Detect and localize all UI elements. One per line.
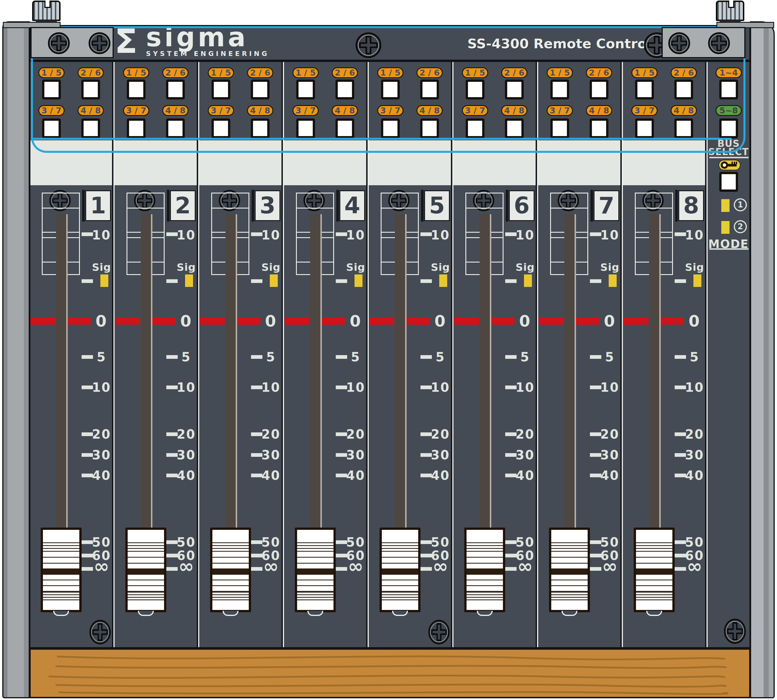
scale-label: 40: [512, 468, 538, 483]
bus-button-2-6[interactable]: [251, 80, 269, 100]
bus-button-2-6[interactable]: [166, 80, 185, 100]
bus-button-1-5[interactable]: [466, 80, 485, 100]
scale-label: 50: [427, 535, 454, 550]
bus-button-1-5[interactable]: [550, 80, 569, 100]
bus-button-2-6[interactable]: [420, 80, 439, 100]
thumbscrew-slot: [728, 0, 734, 8]
bus-button-4-8[interactable]: [505, 118, 524, 138]
bus-button-1-5[interactable]: [127, 80, 145, 100]
fader-knob-notch: [477, 611, 493, 616]
scale-label: 5: [257, 350, 284, 364]
scale-label: 20: [173, 427, 200, 442]
bus-button-1-5[interactable]: [42, 80, 61, 100]
fader-knob[interactable]: [295, 528, 336, 612]
bus-master-button-1-4[interactable]: [719, 80, 738, 100]
fader-knob[interactable]: [464, 528, 505, 612]
fader-knob[interactable]: [41, 528, 82, 612]
bus-button-3-7[interactable]: [42, 118, 61, 138]
scale-label: 5: [427, 350, 454, 364]
bus-button-4-8[interactable]: [81, 118, 100, 138]
scale-label: 30: [681, 448, 708, 462]
bus-button-2-6[interactable]: [674, 80, 693, 100]
bus-button-1-5[interactable]: [635, 80, 654, 100]
signal-label: Sig: [681, 262, 708, 272]
bus-button-4-8[interactable]: [166, 118, 185, 138]
phillips-screw-icon: [708, 32, 730, 55]
bus-button-2-6[interactable]: [505, 80, 524, 100]
number-plate-edge: [675, 190, 678, 222]
bus-button-1-5[interactable]: [381, 80, 400, 100]
scale-label: 50: [597, 535, 623, 550]
bus-button-2-6[interactable]: [81, 80, 100, 100]
scale-label-zero: 0: [257, 312, 284, 330]
scale-label-zero: 0: [427, 312, 454, 330]
number-plate-edge: [252, 190, 254, 222]
bus-label-2-6: 2 / 6: [586, 67, 612, 78]
fader-knob[interactable]: [634, 528, 675, 612]
scale-label-infinity: ∞: [597, 558, 623, 575]
signal-led: [270, 275, 278, 287]
scale-tick: [166, 279, 178, 283]
channel-strip: 1 / 5 2 / 6 3 / 7 4 / 8 5 10 Sig 0 5 10 …: [369, 62, 453, 648]
zero-line: [661, 317, 684, 325]
bus-label-1-5: 1 / 5: [547, 67, 573, 78]
signal-led: [609, 275, 617, 287]
bus-label-4-8: 4 / 8: [247, 105, 273, 116]
fader-knob[interactable]: [125, 528, 166, 612]
bus-button-4-8[interactable]: [590, 118, 608, 138]
bus-master-label-1-4: 1~4: [715, 67, 742, 78]
signal-led: [439, 275, 447, 287]
scale-label: 40: [681, 468, 708, 483]
fader-knob-indicator: [466, 568, 503, 575]
signal-led: [100, 275, 108, 287]
bus-button-4-8[interactable]: [420, 118, 439, 138]
channel-strips: 1 / 5 2 / 6 3 / 7 4 / 8 1 10 Sig 0 5 10 …: [30, 62, 708, 648]
number-plate-edge: [336, 190, 339, 222]
bus-button-4-8[interactable]: [674, 118, 693, 138]
scale-label: 30: [173, 448, 200, 462]
bus-button-4-8[interactable]: [336, 118, 354, 138]
zero-line: [200, 317, 225, 325]
bus-button-4-8[interactable]: [251, 118, 269, 138]
bus-label-3-7: 3 / 7: [123, 105, 149, 116]
bus-button-3-7[interactable]: [550, 118, 569, 138]
fader-knob-notch: [53, 611, 69, 616]
scale-label: 50: [681, 535, 708, 550]
bus-button-1-5[interactable]: [296, 80, 315, 100]
scale-label: 30: [597, 448, 623, 462]
bus-button-3-7[interactable]: [381, 118, 400, 138]
scale-label: 10: [257, 380, 284, 395]
scale-label: 30: [88, 448, 115, 462]
wood-armrest: [29, 648, 750, 698]
fader-knob-indicator: [551, 568, 588, 575]
scale-label: 40: [597, 468, 623, 483]
scale-label: 10: [681, 380, 708, 395]
fader-knob[interactable]: [210, 528, 251, 612]
bus-button-3-7[interactable]: [127, 118, 145, 138]
scale-label: 30: [427, 448, 454, 462]
channel-number-plate: 8: [678, 190, 704, 221]
bus-button-2-6[interactable]: [336, 80, 354, 100]
scale-label-zero: 0: [342, 312, 369, 330]
channel-number-plate: 7: [594, 190, 619, 221]
thumbscrew-knob-right[interactable]: [716, 0, 744, 21]
thumbscrew-knob-left[interactable]: [32, 0, 60, 21]
bus-label-3-7: 3 / 7: [208, 105, 234, 116]
scale-label: 40: [342, 468, 369, 483]
scale-label: 20: [681, 427, 708, 442]
signal-label: Sig: [173, 262, 200, 272]
bus-button-2-6[interactable]: [590, 80, 608, 100]
brand-name: sigma: [146, 25, 269, 50]
bus-button-3-7[interactable]: [635, 118, 654, 138]
bus-button-3-7[interactable]: [296, 118, 315, 138]
key-lock-button[interactable]: [719, 172, 738, 192]
bus-button-3-7[interactable]: [212, 118, 230, 138]
fader-knob[interactable]: [379, 528, 421, 612]
fader-knob[interactable]: [549, 528, 590, 612]
scale-label: 20: [597, 427, 623, 442]
bus-button-1-5[interactable]: [212, 80, 230, 100]
bus-button-3-7[interactable]: [466, 118, 485, 138]
zero-line: [406, 317, 430, 325]
scale-tick: [675, 279, 686, 283]
bus-master-button-5-8[interactable]: [719, 118, 738, 138]
